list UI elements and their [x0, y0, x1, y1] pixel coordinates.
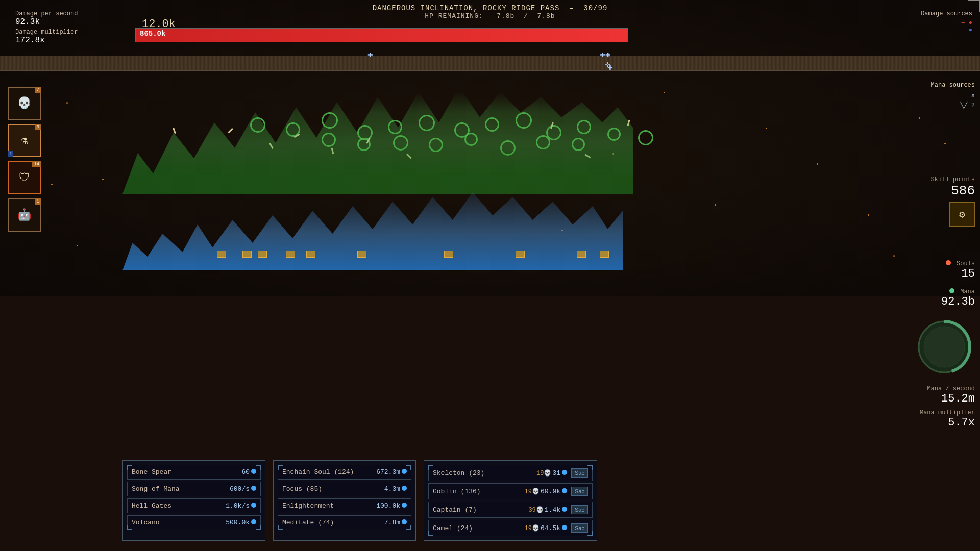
sac-button[interactable]: Sac [571, 523, 588, 533]
character-panel: 7 💀 3 1 ⚗ 14 🛡 1 🤖 [0, 82, 46, 241]
mana-mult-value: 5.7x [920, 416, 975, 429]
spell-name: Song of Mana [132, 485, 230, 493]
skull-icon: 19💀 [525, 524, 540, 532]
count-badge-2: 1 [8, 151, 13, 157]
skill-row[interactable]: Focus (85) 4.3m [278, 482, 411, 496]
spell-value: 1.0k/s [226, 502, 256, 510]
particle [944, 143, 946, 144]
particle [66, 102, 68, 104]
skill-value: 7.8m [384, 519, 407, 527]
ground [0, 56, 980, 71]
char-slot-1[interactable]: 7 💀 [8, 87, 41, 120]
souls-label: Souls [878, 260, 975, 267]
health-pack-large: ✛ [605, 59, 610, 70]
sac-button[interactable]: Sac [571, 487, 588, 496]
spell-row[interactable]: Volcano 500.0k [127, 515, 261, 530]
bottom-panels: Bone Spear 60 Song of Mana 600/s Hell Ga… [122, 460, 597, 541]
skills-list: Enchain Soul (124) 672.3m Focus (85) 4.3… [278, 465, 411, 530]
mana-resource: Mana 92.3b [878, 288, 975, 308]
unit-row[interactable]: Camel (24) 19💀 64.5k Sac [428, 520, 593, 536]
skull-icon: 19💀 [525, 488, 540, 495]
char-slot-2[interactable]: 3 1 ⚗ [8, 124, 41, 157]
svg-point-2 [924, 327, 965, 367]
char-slot-3[interactable]: 14 🛡 [8, 161, 41, 194]
skill-value: 672.3m [376, 468, 407, 476]
mana-gauge [914, 316, 975, 378]
level-badge-3: 14 [32, 161, 41, 167]
skill-row[interactable]: Enchain Soul (124) 672.3m [278, 465, 411, 480]
chest [306, 251, 315, 258]
unit-row[interactable]: Skeleton (23) 19💀 31 Sac [428, 465, 593, 481]
spell-row[interactable]: Bone Spear 60 [127, 465, 261, 480]
spell-value: 500.0k [226, 519, 256, 527]
mana-value: 92.3b [878, 295, 975, 308]
unit-name: Skeleton (23) [433, 469, 535, 477]
health-pack: ✚ [368, 48, 373, 60]
units-panel: Skeleton (23) 19💀 31 Sac Goblin (136) 19… [424, 460, 597, 541]
spell-row[interactable]: Song of Mana 600/s [127, 482, 261, 496]
souls-dot [946, 260, 951, 265]
particle [893, 255, 895, 257]
particle [766, 128, 767, 129]
chest [242, 251, 252, 258]
souls-value: 15 [878, 267, 975, 280]
particle [868, 214, 869, 216]
unit-row[interactable]: Goblin (136) 19💀 60.9k Sac [428, 483, 593, 499]
char-icon-3: 🛡 [19, 171, 30, 185]
skill-value: 4.3m [384, 485, 407, 493]
chest [217, 251, 226, 258]
mana-sources-items: ✗ ╲╱ 2 [931, 92, 975, 109]
skull-icon: 19💀 [536, 469, 551, 477]
bone-projectile [228, 128, 233, 134]
chest [600, 251, 609, 258]
health-pack: ✚✚ [600, 48, 611, 60]
game-viewport: ✚ ✚✚ ✚ ✛ [0, 0, 980, 296]
mana-label: Mana [878, 288, 975, 295]
unit-name: Captain (7) [433, 506, 527, 514]
spell-name: Volcano [132, 519, 226, 527]
units-list: Skeleton (23) 19💀 31 Sac Goblin (136) 19… [428, 465, 593, 536]
spells-panel: Bone Spear 60 Song of Mana 600/s Hell Ga… [122, 460, 265, 541]
spell-name: Hell Gates [132, 502, 226, 510]
skill-points-panel: Skill points 586 ⚙ [931, 176, 975, 227]
chest [577, 251, 586, 258]
green-army [122, 92, 633, 194]
chest [516, 251, 525, 258]
spell-value: 60 [241, 468, 256, 476]
mana-per-sec-panel: Mana / second 15.2m Mana multiplier 5.7x [920, 385, 975, 429]
spells-list: Bone Spear 60 Song of Mana 600/s Hell Ga… [127, 465, 261, 530]
chest [357, 251, 366, 258]
char-slot-4[interactable]: 1 🤖 [8, 198, 41, 232]
resource-panel: Souls 15 Mana 92.3b [878, 260, 975, 316]
level-badge-2: 3 [35, 124, 41, 130]
spell-row[interactable]: Hell Gates 1.0k/s [127, 498, 261, 513]
chest [444, 251, 453, 258]
particle [664, 92, 665, 93]
level-badge-1: 7 [35, 87, 41, 93]
skills-panel: Enchain Soul (124) 672.3m Focus (85) 4.3… [273, 460, 416, 541]
skill-name: Meditate (74) [282, 519, 384, 527]
level-badge-4: 1 [35, 198, 41, 205]
mana-mult-label: Mana multiplier [920, 409, 975, 416]
particle [715, 204, 716, 206]
spell-value: 600/s [230, 485, 256, 493]
skill-name: Enlightenment [282, 502, 376, 510]
mana-dot [949, 288, 954, 293]
unit-row[interactable]: Captain (7) 39💀 1.4k Sac [428, 502, 593, 518]
unit-name: Goblin (136) [433, 488, 524, 495]
skill-button[interactable]: ⚙ [949, 202, 975, 227]
sac-button[interactable]: Sac [571, 505, 588, 514]
particle [102, 179, 104, 180]
skill-row[interactable]: Meditate (74) 7.8m [278, 515, 411, 530]
unit-value: 60.9k [541, 488, 567, 495]
skill-name: Focus (85) [282, 485, 384, 493]
unit-value: 64.5k [541, 524, 567, 532]
char-icon-1: 💀 [17, 96, 31, 110]
spell-name: Bone Spear [132, 468, 241, 476]
mana-sources-label: Mana sources [931, 82, 975, 89]
particle [51, 184, 53, 185]
sac-button[interactable]: Sac [571, 468, 588, 478]
skill-row[interactable]: Enlightenment 100.0k [278, 498, 411, 513]
particle [919, 117, 920, 119]
chest [258, 251, 267, 258]
